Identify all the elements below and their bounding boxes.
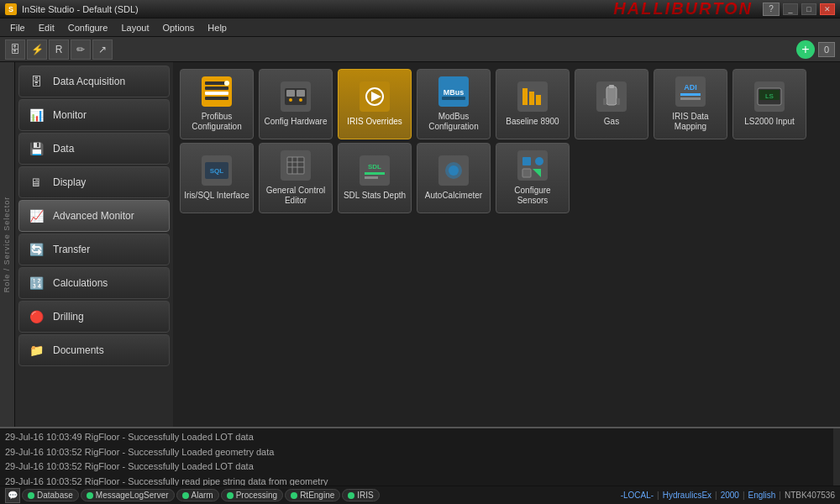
iris-sql-icon: SQL: [202, 155, 232, 186]
toolbar-btn-4[interactable]: ✏: [71, 39, 91, 60]
status-pill-messagelogserver[interactable]: MessageLogServer: [81, 489, 175, 501]
iris-overrides-label: IRIS Overrides: [347, 117, 402, 127]
svg-rect-29: [680, 93, 701, 96]
sidebar-label-monitor: Monitor: [53, 109, 87, 121]
svg-text:SDL: SDL: [368, 163, 381, 171]
menu-file[interactable]: File: [3, 21, 32, 34]
grid-item-iris-sql[interactable]: SQL Iris/SQL Interface: [180, 143, 254, 213]
grid-item-iris-overrides[interactable]: IRIS Overrides: [338, 69, 412, 139]
rtengine-dot: [291, 492, 297, 499]
toolbar-btn-2[interactable]: ⚡: [27, 39, 47, 60]
toolbar: 🗄 ⚡ R ✏ ↗ + 0: [0, 37, 840, 62]
svg-rect-46: [365, 172, 385, 175]
sidebar-item-transfer[interactable]: 🔄 Transfer: [18, 234, 170, 265]
toolbar-btn-3[interactable]: R: [49, 39, 69, 60]
status-pill-iris[interactable]: IRIS: [342, 489, 379, 501]
grid-item-baseline[interactable]: Baseline 8900: [496, 69, 570, 139]
role-label: Role / Service Selector: [0, 62, 15, 427]
gas-icon: [596, 81, 627, 112]
grid-item-iris-data-mapping[interactable]: ADI IRIS DataMapping: [654, 69, 727, 139]
hydraulics-link[interactable]: HydraulicsEx: [663, 491, 711, 500]
svg-rect-17: [442, 97, 465, 100]
data-acquisition-icon: 🗄: [26, 71, 46, 92]
status-icon[interactable]: 💬: [5, 488, 20, 503]
general-control-icon: [281, 150, 311, 181]
svg-rect-8: [286, 90, 295, 97]
sidebar-item-documents[interactable]: 📁 Documents: [18, 334, 170, 366]
year-link[interactable]: 2000: [721, 491, 739, 500]
grid-item-general-control[interactable]: General ControlEditor: [259, 143, 333, 213]
iris-label: IRIS: [357, 491, 373, 500]
svg-rect-2: [205, 87, 228, 90]
sidebar-item-calculations[interactable]: 🔢 Calculations: [18, 267, 170, 299]
messagelogserver-label: MessageLogServer: [96, 491, 169, 500]
svg-rect-51: [517, 150, 548, 181]
grid-item-configure-sensors[interactable]: Configure Sensors: [496, 143, 570, 213]
svg-rect-19: [522, 88, 528, 105]
grid-item-config-hardware[interactable]: Config Hardware: [259, 69, 333, 139]
transfer-icon: 🔄: [26, 239, 46, 260]
grid-item-sdl-stats[interactable]: SDL SDL Stats Depth: [338, 143, 412, 213]
toolbar-btn-5[interactable]: ↗: [92, 39, 113, 60]
general-control-label: General ControlEditor: [266, 186, 326, 206]
sidebar-label-calculations: Calculations: [53, 277, 108, 289]
sidebar-item-advanced-monitor[interactable]: 📈 Advanced Monitor: [18, 200, 170, 232]
rtengine-label: RtEngine: [300, 491, 334, 500]
grid-item-gas[interactable]: Gas: [575, 69, 648, 139]
svg-text:LS: LS: [765, 92, 774, 100]
svg-rect-4: [205, 97, 228, 100]
grid-item-autocalcimeter[interactable]: AutoCalcimeter: [417, 143, 491, 213]
sidebar-item-display[interactable]: 🖥 Display: [18, 166, 170, 198]
status-pill-database[interactable]: Database: [22, 489, 79, 501]
minimize-button[interactable]: _: [783, 3, 798, 15]
profibus-label: ProfibusConfiguration: [192, 112, 241, 132]
sdl-stats-icon: SDL: [360, 155, 390, 186]
status-pill-alarm[interactable]: Alarm: [176, 489, 219, 501]
database-label: Database: [37, 491, 73, 500]
help-button[interactable]: ?: [763, 3, 780, 16]
grid-item-profibus[interactable]: ProfibusConfiguration: [180, 69, 254, 139]
status-pill-processing[interactable]: Processing: [221, 489, 283, 501]
grid-item-ls2000[interactable]: LS LS2000 Input: [732, 69, 806, 139]
sidebar-label-documents: Documents: [53, 344, 104, 356]
baseline-label: Baseline 8900: [506, 117, 559, 127]
menu-options[interactable]: Options: [155, 21, 201, 34]
sidebar-item-data[interactable]: 💾 Data: [18, 133, 170, 165]
add-button[interactable]: +: [796, 40, 815, 59]
toolbar-btn-1[interactable]: 🗄: [5, 39, 25, 60]
svg-rect-47: [365, 176, 378, 179]
grid-item-modbus[interactable]: MBus ModBusConfiguration: [417, 69, 491, 139]
menu-layout[interactable]: Layout: [114, 21, 155, 34]
status-bar: 💬 Database MessageLogServer Alarm Proces…: [0, 486, 840, 504]
svg-point-11: [299, 98, 302, 102]
svg-rect-54: [522, 169, 531, 177]
maximize-button[interactable]: □: [801, 3, 816, 15]
lang-link[interactable]: English: [748, 491, 776, 500]
configure-sensors-icon: [517, 150, 548, 181]
log-scrollbar[interactable]: [833, 428, 840, 486]
menu-bar: File Edit Configure Layout Options Help: [0, 18, 840, 37]
svg-rect-25: [603, 98, 606, 105]
grid-container: ProfibusConfiguration Config Hardware: [180, 69, 833, 213]
sidebar-item-drilling[interactable]: 🔴 Drilling: [18, 301, 170, 333]
alarm-label: Alarm: [192, 491, 213, 500]
gas-label: Gas: [604, 117, 619, 127]
sidebar-label-drilling: Drilling: [53, 311, 84, 323]
menu-help[interactable]: Help: [201, 21, 234, 34]
sidebar-label-transfer: Transfer: [53, 244, 90, 255]
svg-rect-23: [606, 87, 617, 105]
config-hardware-icon: [281, 81, 311, 112]
ls2000-icon: LS: [754, 81, 785, 112]
local-link[interactable]: -LOCAL-: [621, 491, 654, 500]
svg-rect-20: [529, 92, 534, 105]
svg-point-10: [289, 98, 292, 102]
status-pill-rtengine[interactable]: RtEngine: [285, 489, 340, 501]
sidebar-item-data-acquisition[interactable]: 🗄 Data Acquisition: [18, 66, 170, 97]
iris-data-mapping-icon: ADI: [675, 76, 706, 107]
ls2000-label: LS2000 Input: [744, 117, 795, 127]
menu-configure[interactable]: Configure: [61, 21, 115, 34]
close-button[interactable]: ✕: [820, 3, 835, 15]
menu-edit[interactable]: Edit: [32, 21, 61, 34]
log-entry-3: 29-Jul-16 10:03:52 RigFloor - Successful…: [5, 475, 835, 486]
sidebar-item-monitor[interactable]: 📊 Monitor: [18, 99, 170, 131]
